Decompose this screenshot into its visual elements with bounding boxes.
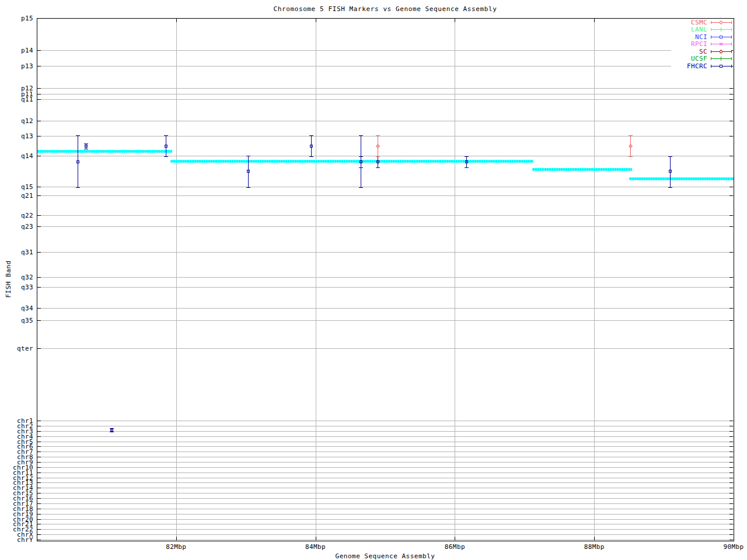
- fhcrc-point-errorbar-cap: [668, 156, 672, 157]
- y-tick-right-chr11: [729, 473, 733, 473]
- y-tick-right-q22: [729, 215, 733, 216]
- gridline-q11: [37, 99, 734, 100]
- y-tick-right-p12: [729, 88, 733, 89]
- y-tick-left-q12: [37, 121, 41, 121]
- legend-label-ucsf: UCSF: [691, 55, 707, 62]
- gridline-q23: [37, 226, 734, 227]
- y-tick-left-chr4: [37, 436, 41, 437]
- y-tick-left-q23: [37, 226, 41, 227]
- gridline-chr14: [37, 488, 734, 488]
- x-tick-top-82Mbp: [176, 19, 177, 22]
- assembly-segment: [37, 150, 172, 153]
- y-tick-right-chr18: [729, 509, 733, 509]
- legend-cap: [731, 21, 732, 24]
- y-tick-label-q15: q15: [0, 184, 33, 190]
- gridline-q33: [37, 287, 734, 288]
- y-tick-right-chr16: [729, 498, 733, 499]
- fhcrc-point-marker: [669, 170, 672, 173]
- x-tick-label-88Mbp: 88Mbp: [574, 544, 615, 550]
- y-tick-left-q34: [37, 308, 41, 309]
- y-tick-right-chr8: [729, 457, 733, 457]
- assembly-segment-texture: [532, 170, 632, 171]
- fhcrc-point-errorbar-cap: [465, 156, 469, 157]
- gridline-chrX: [37, 534, 734, 535]
- legend-cap: [731, 50, 732, 53]
- y-tick-left-q32: [37, 277, 41, 278]
- y-tick-label-p15: p15: [0, 15, 33, 22]
- y-tick-right-chr4: [729, 436, 733, 437]
- fhcrc-point-marker: [376, 160, 379, 163]
- legend-sample-csmc: [711, 20, 732, 25]
- y-tick-left-chr17: [37, 503, 41, 504]
- fhcrc-point-marker: [76, 160, 79, 163]
- x-tick-bottom-88Mbp: [594, 537, 595, 540]
- legend-row-lanl: LANL: [671, 26, 732, 33]
- fish-marker-chart: Chromosome 5 FISH Markers vs Genome Sequ…: [0, 0, 747, 560]
- gridline-chr8: [37, 457, 734, 457]
- fhcrc-point-errorbar-cap: [246, 187, 250, 188]
- x-tick-bottom-82Mbp: [176, 537, 177, 540]
- gridline-chr5: [37, 442, 734, 442]
- legend-row-sc: SC: [671, 48, 732, 55]
- sc-marker-icon: [719, 49, 723, 53]
- y-tick-left-chr9: [37, 462, 41, 463]
- gridline-q22: [37, 215, 734, 216]
- y-tick-label-qter: qter: [0, 345, 33, 352]
- gridline-84Mbp: [316, 19, 316, 541]
- gridline-chr7: [37, 452, 734, 452]
- fhcrc-point-errorbar-cap: [359, 156, 363, 157]
- y-tick-left-chr3: [37, 431, 41, 432]
- legend-line: [711, 29, 732, 30]
- gridline-chr15: [37, 493, 734, 494]
- legend-row-nci: NCI: [671, 33, 732, 40]
- legend-sample-fhcrc: [711, 64, 732, 69]
- y-tick-left-p15: [37, 18, 41, 19]
- y-tick-left-qter: [37, 348, 41, 349]
- y-tick-right-chr20: [729, 519, 733, 520]
- gridline-chr20: [37, 519, 734, 520]
- gridline-q31: [37, 252, 734, 253]
- legend-cap: [711, 43, 711, 46]
- lanl-marker-icon: [721, 27, 721, 32]
- gridline-p14: [37, 50, 734, 51]
- fhcrc-point-errorbar-cap: [84, 144, 88, 144]
- y-tick-left-q14: [37, 156, 41, 156]
- gridline-chr6: [37, 446, 734, 447]
- y-tick-right-q21: [729, 195, 733, 196]
- fhcrc-point-errorbar-cap: [668, 187, 672, 188]
- gridline-chr10: [37, 467, 734, 468]
- legend-cap: [711, 57, 711, 60]
- y-tick-left-chr11: [37, 473, 41, 473]
- y-tick-label-q14: q14: [0, 153, 33, 159]
- ucsf-marker-icon: [721, 57, 721, 61]
- legend-label-fhcrc: FHCRC: [687, 63, 707, 69]
- csmc-point-errorbar-cap: [629, 156, 633, 157]
- y-tick-left-q22: [37, 215, 41, 216]
- y-tick-right-chr7: [729, 452, 733, 452]
- fhcrc-point-errorbar-cap: [309, 135, 313, 136]
- fhcrc-point-errorbar-cap: [376, 167, 380, 168]
- legend-cap: [731, 28, 732, 31]
- x-tick-top-90Mbp: [734, 19, 734, 22]
- y-tick-left-q15: [37, 187, 41, 187]
- y-tick-right-chr19: [729, 514, 733, 514]
- y-tick-left-chr1: [37, 421, 41, 421]
- csmc-point-marker: [376, 144, 380, 148]
- y-tick-left-chrY: [37, 540, 41, 540]
- y-tick-left-q13: [37, 136, 41, 136]
- fhcrc-point-marker: [85, 145, 88, 148]
- y-tick-left-p14: [37, 50, 41, 51]
- x-axis-title: Genome Sequence Assembly: [37, 553, 734, 559]
- fhcrc-point-marker: [247, 170, 250, 173]
- gridline-qter: [37, 348, 734, 349]
- csmc-point-marker: [629, 144, 633, 148]
- legend-sample-ucsf: [711, 56, 732, 61]
- y-tick-right-q14: [729, 156, 733, 156]
- x-tick-bottom-90Mbp: [734, 537, 734, 540]
- assembly-segment: [170, 160, 533, 163]
- y-tick-right-q15: [729, 187, 733, 187]
- fhcrc-marker-icon: [720, 65, 722, 68]
- legend-row-fhcrc: FHCRC: [671, 62, 732, 69]
- assembly-segment: [629, 177, 734, 180]
- y-tick-right-q11: [729, 99, 733, 100]
